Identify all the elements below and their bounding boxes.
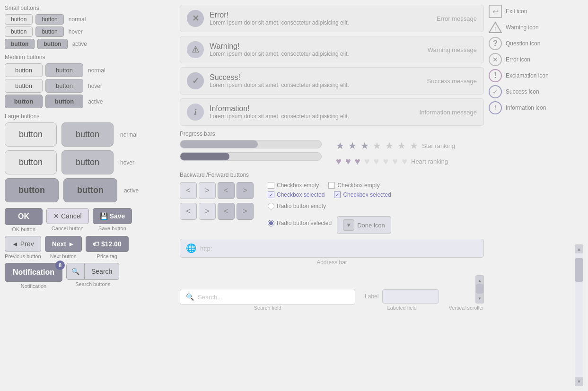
right-scrollbar[interactable]: ▲ ▼ bbox=[575, 244, 583, 386]
search-icon: 🔍 bbox=[71, 268, 79, 275]
info-alert-desc: Lorem ipsum dolor sit amet, consectetur … bbox=[210, 113, 414, 120]
notification-text: Notification bbox=[13, 268, 54, 276]
large-button-normal-dark[interactable]: button bbox=[61, 122, 114, 147]
medium-button-hover-dark[interactable]: button bbox=[45, 79, 83, 93]
radio-selected: Radio button selected bbox=[268, 220, 332, 226]
save-icon: 💾 bbox=[100, 212, 108, 220]
progress-bars-label: Progress bars bbox=[180, 130, 484, 137]
search-field-icon: 🔍 bbox=[186, 293, 194, 301]
left-column: Small buttons button button normal butto… bbox=[5, 5, 175, 386]
notification-badge: 8 bbox=[55, 261, 65, 270]
search-buttons-inner: 🔍 Search bbox=[66, 263, 119, 280]
prev-icon: ◄ bbox=[12, 240, 18, 248]
right-scroll-thumb[interactable] bbox=[575, 258, 583, 282]
forward-btn-4[interactable]: > bbox=[237, 203, 254, 220]
progress-and-rank: ★ ★ ★ ★ ★ ★ ★ Star ranking ♥ ♥ ♥ ♥ bbox=[180, 140, 484, 167]
backward-btn-3[interactable]: < bbox=[180, 203, 197, 220]
information-icon-item: i Information icon bbox=[489, 101, 583, 114]
ok-button-label: OK button bbox=[12, 226, 35, 232]
labeled-input[interactable] bbox=[382, 289, 439, 304]
scroll-down-arrow[interactable]: ▼ bbox=[476, 294, 483, 303]
search-icon-button[interactable]: 🔍 bbox=[66, 263, 85, 280]
right-column: ↩ Exit icon ! Warning icon ? Question ic… bbox=[489, 5, 583, 386]
labeled-field-text: Label bbox=[365, 293, 378, 300]
radio-empty-circle[interactable] bbox=[268, 203, 274, 209]
notification-label: Notification bbox=[21, 283, 46, 289]
checkbox-empty-box-2[interactable] bbox=[328, 182, 335, 189]
success-icon-label: Success icon bbox=[506, 88, 539, 95]
checkbox-selected-box-1[interactable]: ✓ bbox=[268, 191, 274, 198]
price-tag-button[interactable]: 🏷 $12.00 bbox=[86, 236, 129, 252]
vertical-scroller[interactable]: ▲ ▼ bbox=[475, 275, 484, 304]
small-button-normal-light[interactable]: button bbox=[5, 14, 33, 25]
right-scroll-track bbox=[575, 253, 583, 377]
right-scroll-down[interactable]: ▼ bbox=[575, 377, 583, 386]
scroll-up-arrow[interactable]: ▲ bbox=[476, 276, 483, 285]
warning-icon: ! bbox=[489, 21, 502, 34]
state-normal-lg-label: normal bbox=[120, 131, 138, 138]
small-button-active-dark[interactable]: button bbox=[37, 39, 67, 49]
cancel-button[interactable]: ✕ Cancel bbox=[46, 208, 89, 224]
next-button[interactable]: Next ► bbox=[45, 236, 82, 252]
small-button-hover-light[interactable]: button bbox=[5, 26, 33, 37]
large-buttons-hover-row: button button hover bbox=[5, 150, 175, 174]
state-active-md-label: active bbox=[88, 98, 103, 105]
small-button-hover-dark[interactable]: button bbox=[35, 26, 63, 37]
checkbox-empty-box-1[interactable] bbox=[268, 182, 274, 189]
next-button-label: Next button bbox=[50, 253, 77, 259]
medium-button-hover-light[interactable]: button bbox=[5, 79, 43, 93]
large-button-active-dark[interactable]: button bbox=[63, 178, 117, 202]
progress-section: Progress bars ★ ★ ★ ★ ★ bbox=[180, 130, 484, 167]
medium-button-normal-dark[interactable]: button bbox=[45, 63, 83, 77]
middle-column: ✕ Error! Lorem ipsum dolor sit amet, con… bbox=[180, 5, 484, 386]
checkbox-selected-label-2: Checkbox selected bbox=[343, 191, 391, 198]
labeled-field-label: Labeled field bbox=[365, 305, 439, 311]
warning-alert-label: Warning message bbox=[428, 46, 477, 53]
address-bar-label: Address bar bbox=[180, 259, 484, 266]
medium-button-active-dark[interactable]: button bbox=[45, 95, 83, 108]
heart-ranking-row: ♥ ♥ ♥ ♥ ♥ ♥ ♥ ♥ Heart ranking bbox=[336, 156, 455, 167]
medium-button-active-light[interactable]: button bbox=[5, 95, 43, 108]
radio-dot bbox=[269, 221, 273, 225]
warning-icon-item: ! Warning icon bbox=[489, 21, 583, 34]
medium-button-normal-light[interactable]: button bbox=[5, 63, 43, 77]
forward-btn-2[interactable]: > bbox=[237, 182, 254, 199]
heart-7: ♥ bbox=[392, 156, 398, 167]
right-scroll-up[interactable]: ▲ bbox=[575, 245, 583, 253]
labeled-field-wrap: Label Labeled field bbox=[365, 289, 439, 311]
notification-button[interactable]: Notification 8 bbox=[5, 263, 62, 282]
search-text-button[interactable]: Search bbox=[85, 263, 119, 280]
backward-btn-2[interactable]: < bbox=[218, 182, 235, 199]
scroll-thumb[interactable] bbox=[476, 284, 483, 294]
forward-btn-1[interactable]: > bbox=[199, 182, 216, 199]
backward-btn-4[interactable]: < bbox=[218, 203, 235, 220]
checkbox-selected-box-2[interactable]: ✓ bbox=[334, 191, 341, 198]
error-icon: ✕ bbox=[489, 53, 502, 66]
small-button-active-light[interactable]: button bbox=[5, 39, 35, 49]
icon-list: ↩ Exit icon ! Warning icon ? Question ic… bbox=[489, 5, 583, 114]
medium-buttons-hover-row: button button hover bbox=[5, 79, 175, 93]
save-button[interactable]: 💾 Save bbox=[93, 208, 132, 224]
checkbox-selected-1: ✓ Checkbox selected bbox=[268, 191, 325, 198]
radio-selected-circle[interactable] bbox=[268, 220, 274, 226]
previous-button[interactable]: ◄ Prev bbox=[5, 236, 41, 252]
search-field[interactable]: 🔍 Search... bbox=[180, 289, 355, 305]
success-alert-icon: ✓ bbox=[187, 72, 204, 89]
information-icon-label: Information icon bbox=[506, 104, 546, 111]
ok-button[interactable]: OK bbox=[5, 208, 43, 225]
large-button-hover-dark[interactable]: button bbox=[61, 150, 114, 174]
checkboxes-col: Checkbox empty Checkbox empty ✓ Checkbox… bbox=[268, 182, 391, 234]
labeled-field-row: Label bbox=[365, 289, 439, 304]
progress-bar-2 bbox=[180, 152, 322, 161]
success-icon: ✓ bbox=[489, 85, 502, 98]
address-bar[interactable]: 🌐 http: bbox=[180, 239, 484, 258]
question-icon: ? bbox=[489, 37, 502, 50]
large-button-normal-light[interactable]: button bbox=[5, 122, 57, 147]
large-button-hover-light[interactable]: button bbox=[5, 150, 57, 174]
backward-btn-1[interactable]: < bbox=[180, 182, 197, 199]
forward-btn-3[interactable]: > bbox=[199, 203, 216, 220]
small-button-normal-dark[interactable]: button bbox=[35, 14, 63, 25]
search-field-placeholder: Search... bbox=[198, 294, 222, 301]
large-button-active-light[interactable]: button bbox=[5, 178, 59, 202]
done-button[interactable]: ▼ Done icon bbox=[337, 216, 391, 234]
